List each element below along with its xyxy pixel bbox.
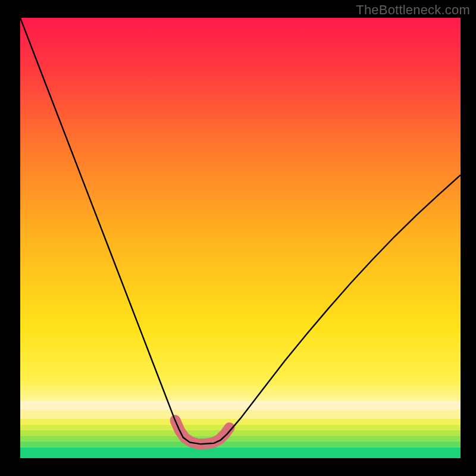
svg-rect-7 <box>20 401 461 410</box>
svg-rect-1 <box>20 441 461 447</box>
svg-rect-3 <box>20 430 461 436</box>
chart-plot <box>20 18 461 458</box>
watermark-text: TheBottleneck.com <box>356 2 470 18</box>
bottom-color-bands <box>20 401 461 458</box>
svg-rect-2 <box>20 436 461 441</box>
gradient-background <box>20 18 461 458</box>
chart-frame: TheBottleneck.com <box>0 0 476 476</box>
svg-rect-6 <box>20 410 461 419</box>
svg-rect-0 <box>20 447 461 459</box>
svg-rect-4 <box>20 425 461 430</box>
